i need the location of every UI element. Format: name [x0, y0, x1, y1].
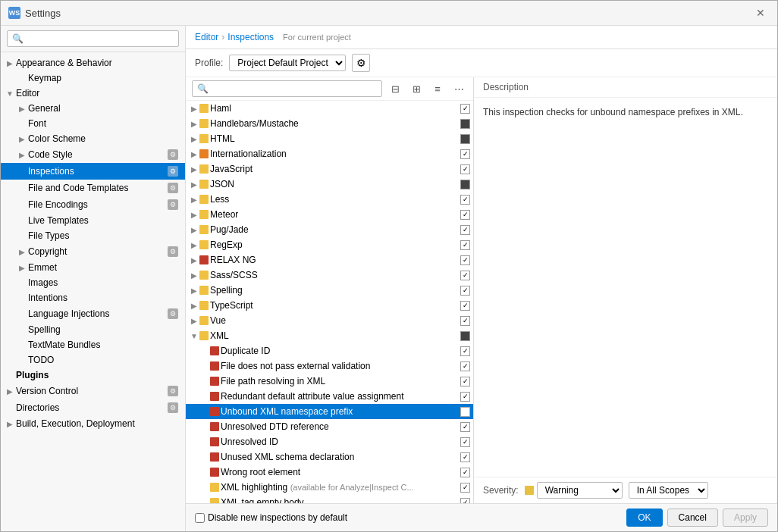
- sidebar-item-copyright[interactable]: ▶ Copyright ⚙: [1, 243, 185, 260]
- sidebar-item-file-encodings[interactable]: File Encodings ⚙: [1, 196, 185, 213]
- insp-item-js[interactable]: ▶ JavaScript: [186, 161, 473, 177]
- insp-item-handlebars[interactable]: ▶ Handlebars/Mustache: [186, 116, 473, 131]
- enabled-checkbox[interactable]: [460, 271, 470, 280]
- insp-item-xml-redundant[interactable]: Redundant default attribute value assign…: [186, 389, 473, 404]
- insp-item-spelling[interactable]: ▶ Spelling: [186, 283, 473, 298]
- insp-item-xml-unresolved-id[interactable]: Unresolved ID: [186, 434, 473, 449]
- cancel-button[interactable]: Cancel: [667, 509, 718, 527]
- insp-item-pug[interactable]: ▶ Pug/Jade: [186, 222, 473, 237]
- sidebar-item-inspections[interactable]: Inspections ⚙: [1, 163, 185, 180]
- sidebar-item-spelling[interactable]: Spelling: [1, 322, 185, 337]
- sidebar-item-file-code-templates[interactable]: File and Code Templates ⚙: [1, 180, 185, 196]
- sidebar-item-version-control[interactable]: ▶ Version Control ⚙: [1, 383, 185, 399]
- enabled-checkbox[interactable]: [460, 452, 470, 462]
- sidebar-item-general[interactable]: ▶ General: [1, 101, 185, 116]
- insp-item-xml-unused[interactable]: Unused XML schema declaration: [186, 449, 473, 465]
- enabled-checkbox[interactable]: [460, 240, 470, 250]
- enabled-checkbox[interactable]: [460, 286, 470, 296]
- sidebar-search-input[interactable]: [7, 30, 179, 47]
- insp-label: Wrong root element: [221, 466, 459, 478]
- apply-button[interactable]: Apply: [723, 509, 768, 527]
- enabled-checkbox[interactable]: [460, 377, 470, 386]
- sidebar-item-keymap[interactable]: Keymap: [1, 70, 185, 86]
- enabled-checkbox[interactable]: [460, 483, 470, 493]
- insp-item-xml-ext-valid[interactable]: File does not pass external validation: [186, 358, 473, 374]
- insp-item-vue[interactable]: ▶ Vue: [186, 313, 473, 328]
- sidebar-item-color-scheme[interactable]: ▶ Color Scheme: [1, 131, 185, 146]
- sidebar-item-live-templates[interactable]: Live Templates: [1, 213, 185, 228]
- enabled-checkbox[interactable]: [460, 437, 470, 447]
- enabled-checkbox[interactable]: [460, 361, 470, 371]
- enabled-checkbox[interactable]: [460, 316, 470, 326]
- sidebar-item-language-injections[interactable]: Language Injections ⚙: [1, 305, 185, 322]
- enabled-checkbox[interactable]: [460, 498, 470, 504]
- sidebar-item-directories[interactable]: Directories ⚙: [1, 399, 185, 416]
- enabled-checkbox[interactable]: [460, 104, 470, 114]
- enabled-checkbox[interactable]: [460, 468, 470, 477]
- sidebar-item-file-types[interactable]: File Types: [1, 228, 185, 243]
- insp-item-regexp[interactable]: ▶ RegExp: [186, 237, 473, 252]
- severity-color: [199, 180, 209, 189]
- enabled-checkbox[interactable]: [460, 301, 470, 311]
- enabled-checkbox[interactable]: [460, 225, 470, 235]
- insp-item-less[interactable]: ▶ Less: [186, 192, 473, 207]
- severity-color: [199, 271, 209, 280]
- collapse-all-button[interactable]: ≡: [429, 80, 446, 97]
- inspections-search-input[interactable]: [192, 80, 382, 97]
- insp-item-xml-unbound[interactable]: Unbound XML namespace prefix: [186, 404, 473, 419]
- sidebar-item-emmet[interactable]: ▶ Emmet: [1, 260, 185, 275]
- filter-button[interactable]: ⊟: [387, 80, 403, 97]
- enabled-checkbox[interactable]: [460, 331, 470, 341]
- insp-item-haml[interactable]: ▶ Haml: [186, 101, 473, 116]
- insp-item-xml-wrong-root[interactable]: Wrong root element: [186, 465, 473, 480]
- insp-item-xml-path[interactable]: File path resolving in XML: [186, 374, 473, 389]
- disable-inspections-input[interactable]: [195, 513, 205, 523]
- enabled-checkbox[interactable]: [460, 134, 470, 144]
- more-options-button[interactable]: ⋯: [450, 80, 467, 97]
- insp-item-xml-dtd[interactable]: Unresolved DTD reference: [186, 419, 473, 434]
- severity-select[interactable]: Warning Error Weak Warning Information: [537, 482, 623, 499]
- insp-item-xml-highlight[interactable]: XML highlighting (available for Analyze|…: [186, 480, 473, 495]
- insp-item-xml-dup-id[interactable]: Duplicate ID: [186, 343, 473, 358]
- sidebar-item-appearance[interactable]: ▶ Appearance & Behavior: [1, 55, 185, 70]
- insp-item-typescript[interactable]: ▶ TypeScript: [186, 298, 473, 313]
- scope-select[interactable]: In All Scopes: [629, 482, 708, 499]
- sidebar-item-code-style[interactable]: ▶ Code Style ⚙: [1, 146, 185, 163]
- insp-label: File does not pass external validation: [221, 360, 459, 372]
- sidebar-item-build-exec[interactable]: ▶ Build, Execution, Deployment: [1, 416, 185, 431]
- sidebar-item-textmate[interactable]: TextMate Bundles: [1, 337, 185, 352]
- enabled-checkbox[interactable]: [460, 210, 470, 220]
- sidebar-item-editor[interactable]: ▼ Editor: [1, 86, 185, 101]
- insp-item-meteor[interactable]: ▶ Meteor: [186, 207, 473, 222]
- disable-inspections-checkbox[interactable]: Disable new inspections by default: [195, 512, 347, 523]
- insp-item-relaxng[interactable]: ▶ RELAX NG: [186, 252, 473, 268]
- profile-select[interactable]: Project Default Project: [229, 55, 346, 71]
- enabled-checkbox[interactable]: [460, 119, 470, 129]
- insp-item-json[interactable]: ▶ JSON: [186, 177, 473, 192]
- insp-item-html[interactable]: ▶ HTML: [186, 131, 473, 146]
- insp-item-xml[interactable]: ▼ XML: [186, 328, 473, 343]
- enabled-checkbox[interactable]: [460, 255, 470, 265]
- enabled-checkbox[interactable]: [460, 392, 470, 402]
- insp-item-xml-tag-empty[interactable]: XML tag empty body: [186, 495, 473, 503]
- insp-item-i18n[interactable]: ▶ Internationalization: [186, 146, 473, 161]
- close-button[interactable]: ✕: [751, 5, 770, 20]
- severity-color: [210, 468, 219, 477]
- enabled-checkbox[interactable]: [460, 149, 470, 159]
- profile-gear-button[interactable]: ⚙: [352, 54, 370, 72]
- enabled-checkbox[interactable]: [460, 195, 470, 205]
- enabled-checkbox[interactable]: [460, 180, 470, 189]
- enabled-checkbox[interactable]: [460, 164, 470, 174]
- ok-button[interactable]: OK: [626, 509, 662, 527]
- enabled-checkbox[interactable]: [460, 407, 470, 417]
- breadcrumb-editor[interactable]: Editor: [195, 32, 218, 42]
- sidebar-item-todo[interactable]: TODO: [1, 352, 185, 368]
- enabled-checkbox[interactable]: [460, 346, 470, 356]
- sidebar-item-font[interactable]: Font: [1, 116, 185, 131]
- sidebar-item-plugins[interactable]: Plugins: [1, 368, 185, 383]
- enabled-checkbox[interactable]: [460, 422, 470, 432]
- sidebar-item-intentions[interactable]: Intentions: [1, 290, 185, 305]
- expand-all-button[interactable]: ⊞: [408, 80, 425, 97]
- sidebar-item-images[interactable]: Images: [1, 275, 185, 290]
- insp-item-sass[interactable]: ▶ Sass/SCSS: [186, 268, 473, 283]
